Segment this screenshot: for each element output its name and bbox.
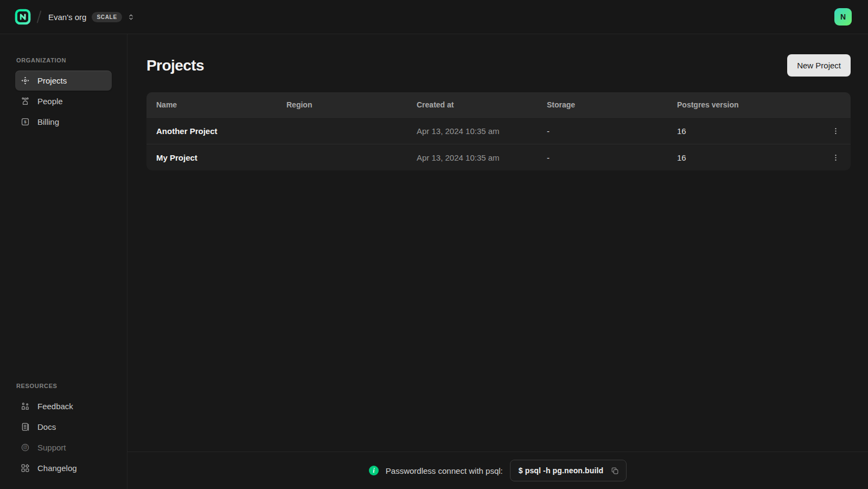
user-avatar[interactable]: N <box>834 8 852 26</box>
info-icon: i <box>369 466 379 475</box>
projects-table: Name Region Created at Storage Postgres … <box>146 92 851 170</box>
column-header-name: Name <box>146 100 277 109</box>
sidebar-item-support[interactable]: @ Support <box>15 437 112 458</box>
project-created-at: Apr 13, 2024 10:35 am <box>407 126 537 136</box>
column-header-postgres-version: Postgres version <box>667 100 820 109</box>
project-postgres-version: 16 <box>667 126 820 136</box>
kebab-menu-icon <box>832 127 840 135</box>
project-created-at: Apr 13, 2024 10:35 am <box>407 153 537 162</box>
kebab-menu-icon <box>832 154 840 162</box>
sidebar-item-docs[interactable]: Docs <box>15 417 112 437</box>
psql-command: $ psql -h pg.neon.build <box>519 466 603 475</box>
svg-text:$: $ <box>24 119 27 124</box>
psql-connect-banner: i Passwordless connect with psql: $ psql… <box>127 452 868 489</box>
row-actions-button[interactable] <box>828 150 843 165</box>
organization-section-label: ORGANIZATION <box>0 57 127 63</box>
copy-icon <box>610 466 620 475</box>
column-header-region: Region <box>277 100 407 109</box>
new-project-button[interactable]: New Project <box>787 54 851 77</box>
support-icon: @ <box>20 442 30 453</box>
copy-button[interactable] <box>610 466 620 475</box>
project-name[interactable]: Another Project <box>146 126 277 136</box>
feedback-icon <box>20 401 30 411</box>
plan-badge: SCALE <box>92 12 122 22</box>
organization-nav: Projects People $ <box>0 71 127 132</box>
sidebar-item-label: Projects <box>37 76 67 85</box>
sidebar-item-label: Changelog <box>37 463 77 473</box>
projects-icon <box>20 75 30 86</box>
billing-icon: $ <box>20 117 30 127</box>
sidebar-item-label: Docs <box>37 422 56 431</box>
sidebar-item-changelog[interactable]: Changelog <box>15 458 112 478</box>
sidebar-item-people[interactable]: People <box>15 91 112 111</box>
project-postgres-version: 16 <box>667 153 820 162</box>
svg-text:@: @ <box>23 444 27 450</box>
people-icon <box>20 96 30 106</box>
sidebar-item-label: Billing <box>37 117 59 126</box>
sidebar-item-feedback[interactable]: Feedback <box>15 396 112 416</box>
column-header-created-at: Created at <box>407 100 537 109</box>
org-name[interactable]: Evan's org <box>48 12 86 22</box>
topbar: Evan's org SCALE N <box>0 0 868 34</box>
chevron-up-down-icon[interactable] <box>127 14 135 21</box>
resources-section: RESOURCES Feedback <box>0 383 127 478</box>
neon-logo-icon[interactable] <box>15 9 31 25</box>
psql-command-box[interactable]: $ psql -h pg.neon.build <box>510 460 627 481</box>
project-storage: - <box>537 153 667 162</box>
row-actions-button[interactable] <box>828 124 843 138</box>
sidebar-item-label: Feedback <box>37 402 73 411</box>
changelog-icon <box>20 463 30 473</box>
table-row[interactable]: My Project Apr 13, 2024 10:35 am - 16 <box>146 144 851 170</box>
main-area: Projects New Project Name Region Created… <box>127 34 868 489</box>
breadcrumb-divider <box>37 10 42 23</box>
project-name[interactable]: My Project <box>146 153 277 162</box>
table-row[interactable]: Another Project Apr 13, 2024 10:35 am - … <box>146 117 851 144</box>
sidebar-item-projects[interactable]: Projects <box>15 71 112 91</box>
sidebar-item-billing[interactable]: $ Billing <box>15 112 112 132</box>
column-header-storage: Storage <box>537 100 667 109</box>
resources-nav: Feedback Docs <box>0 396 127 478</box>
sidebar-item-label: People <box>37 97 63 106</box>
sidebar-item-label: Support <box>37 443 66 452</box>
table-header-row: Name Region Created at Storage Postgres … <box>146 92 851 117</box>
page-title: Projects <box>146 57 204 74</box>
sidebar: ORGANIZATION Projects <box>0 34 127 489</box>
project-storage: - <box>537 126 667 136</box>
psql-connect-message: Passwordless connect with psql: <box>386 466 503 475</box>
resources-section-label: RESOURCES <box>0 383 127 389</box>
docs-icon <box>20 422 30 432</box>
